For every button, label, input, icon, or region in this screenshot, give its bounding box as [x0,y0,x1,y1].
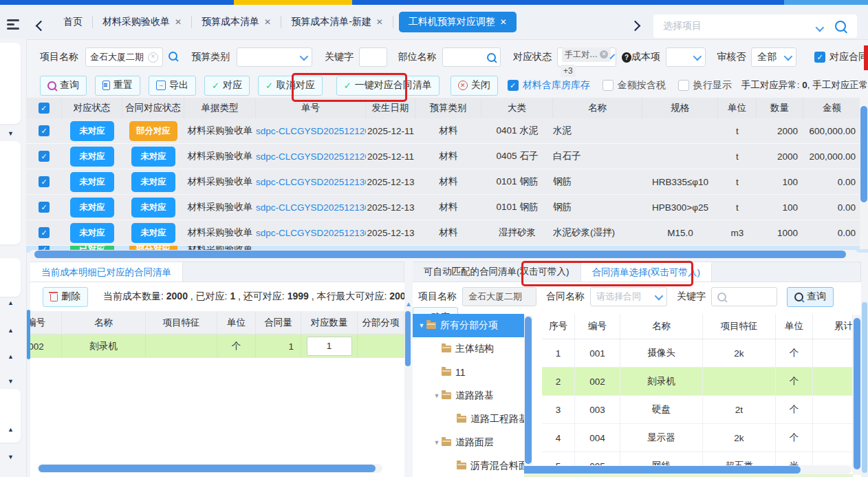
triangle-down-icon[interactable]: ▼ [8,454,14,460]
doc-number-link[interactable]: sdpc-CLCGYSD2025121300 [256,177,366,187]
doc-number-link[interactable]: sdpc-CLCGYSD2025121300 [256,202,366,213]
clear-icon[interactable]: ✕ [148,52,158,63]
close-tab-icon[interactable]: ✕ [376,17,383,27]
tab-budget-cost-new[interactable]: 预算成本清单-新建✕ [281,5,393,39]
column-header[interactable]: 名称 [620,314,703,339]
triangle-up-icon[interactable]: ▲ [8,327,14,334]
tree-item[interactable]: 11 [413,361,524,384]
column-header[interactable]: 规格 [642,98,718,118]
contract-item-row[interactable]: 3003硬盘2t个 [542,396,853,424]
row-checkbox[interactable] [39,151,50,162]
row-checkbox[interactable] [39,176,50,187]
column-header[interactable]: 单位 [776,314,813,339]
tab-budget-cost-list[interactable]: 预算成本清单✕ [192,5,281,39]
contract-select[interactable]: 请选择合同 [590,287,667,306]
main-table-hscrollbar[interactable] [29,250,858,259]
one-click-match-button[interactable]: ✓一键对应合同清单 [336,76,440,96]
match-contract-checkbox[interactable] [814,52,825,63]
column-header[interactable]: 分部分项 [358,311,404,334]
remove-tag-icon[interactable]: ✕ [600,50,608,59]
tab-contract-list-select[interactable]: 合同清单选择(双击可带入) [581,262,713,282]
column-header[interactable]: 序号 [542,314,575,339]
keyword-input[interactable] [359,47,387,67]
query-button[interactable]: 查询 [40,76,87,96]
table-row[interactable]: 未对应未对应材料采购验收单sdpc-CLCGYSD20251213002025-… [26,195,868,220]
table-row[interactable]: 未对应部分对应材料采购验收单sdpc-CLCGYSD20251212002025… [26,118,868,144]
wrap-display-checkbox[interactable] [678,80,689,91]
tab-material-receipt[interactable]: 材料采购验收单✕ [93,5,191,39]
triangle-down-icon[interactable]: ▼ [8,130,14,137]
table-row[interactable]: 未对应未对应材料采购验收单sdpc-CLCGYSD20251212002025-… [26,144,868,169]
bottom-left-hscrollbar[interactable] [37,464,382,473]
tab-auto-match-list[interactable]: 可自动匹配的合同清单(双击可带入) [413,262,581,282]
column-header[interactable]: 单号 [256,98,366,118]
column-header[interactable]: 单位 [217,311,256,334]
close-tab-icon[interactable]: ✕ [500,17,507,27]
project-select[interactable]: 选择项目 [653,14,857,38]
select-all-checkbox[interactable] [39,103,50,114]
column-header[interactable]: 发生日期 [366,98,415,118]
material-stock-checkbox[interactable] [508,80,519,91]
search-icon[interactable] [835,21,846,34]
part-name-input[interactable] [442,47,501,67]
caret-down-icon[interactable]: ▼ [417,322,426,329]
column-header[interactable]: 大类 [481,98,553,118]
triangle-down-icon[interactable]: ▼ [8,378,14,385]
tree-item[interactable]: 沥青混合料面层 [413,454,524,477]
close-tab-icon[interactable]: ✕ [175,17,182,27]
project-search-icon[interactable] [169,52,177,63]
br-query-button[interactable]: 查询 [787,287,834,307]
column-header[interactable]: 单位 [718,98,757,118]
column-header[interactable]: 金额 [803,98,861,118]
row-checkbox[interactable] [39,125,50,136]
contract-item-row[interactable]: 1001摄像头2k个 [542,339,853,368]
tree-item[interactable]: ▼道路面层 [413,431,524,454]
triangle-up-icon[interactable]: ▲ [8,353,14,360]
tree-item[interactable]: ▼道路路基 [413,384,524,407]
contract-item-row[interactable]: 4004显示器2k个 [542,424,853,452]
reset-button[interactable]: 重置 [95,76,140,96]
column-header[interactable]: 数量 [757,98,803,118]
page-vscrollbar[interactable] [861,301,868,477]
caret-down-icon[interactable]: ▼ [432,392,442,399]
tab-material-budget-adjust[interactable]: 工料机预算对应调整✕ [399,12,517,32]
amount-tax-checkbox[interactable] [603,80,614,91]
column-header[interactable]: 单据类型 [184,98,256,118]
scroll-up-arrow-icon[interactable]: ▲ [405,300,412,310]
left-mini-scrollbar[interactable] [27,310,30,359]
doc-number-link[interactable]: sdpc-CLCGYSD2025121300 [256,228,366,238]
column-header[interactable]: 项目特征 [146,311,217,334]
project-name-input[interactable]: 金石大厦二期 ✕ [85,47,163,67]
tabs-scroll-left-icon[interactable] [37,21,45,32]
tree-item[interactable]: 道路工程路基 [413,407,524,431]
caret-down-icon[interactable]: ▼ [432,439,442,446]
column-header[interactable]: 编号 [30,311,62,334]
tree-item[interactable]: ▼所有分部分项 [413,314,524,337]
close-button[interactable]: ✕关闭 [451,76,498,96]
column-header[interactable]: 名称 [62,311,146,334]
delete-button[interactable]: 删除 [43,287,88,307]
tree-vscrollbar[interactable] [524,315,532,474]
bottom-left-vscrollbar[interactable] [404,310,411,399]
help-icon[interactable]: ? [622,52,631,63]
doc-number-link[interactable]: sdpc-CLCGYSD2025121200 [256,151,366,162]
tree-item[interactable]: 主体结构 [413,337,524,361]
table-row[interactable]: 未对应未对应材料采购验收单sdpc-CLCGYSD20251213002025-… [26,220,868,246]
column-header[interactable]: 预算类别 [415,98,481,118]
main-table-vscrollbar[interactable] [860,98,868,249]
tab-home[interactable]: 首页 [54,5,92,39]
contract-table-vscrollbar[interactable] [853,315,861,475]
column-header[interactable]: 累计 [813,314,853,339]
export-button[interactable]: →导出 [149,76,196,96]
column-header[interactable]: 名称 [553,98,642,118]
budget-type-select[interactable] [237,47,312,67]
search-icon[interactable] [487,53,496,62]
column-header[interactable]: 编号 [575,314,620,339]
cost-item-select[interactable] [666,47,706,67]
column-header[interactable]: 对应数量 [301,311,358,334]
tab-matched-contract-list[interactable]: 当前成本明细已对应的合同清单 [30,262,183,282]
column-header[interactable]: 合同对应状态 [122,98,184,118]
br-keyword-input[interactable] [711,287,777,306]
table-row[interactable]: 未对应未对应材料采购验收单sdpc-CLCGYSD20251213002025-… [26,169,868,195]
column-header[interactable]: 合同量 [256,311,301,334]
